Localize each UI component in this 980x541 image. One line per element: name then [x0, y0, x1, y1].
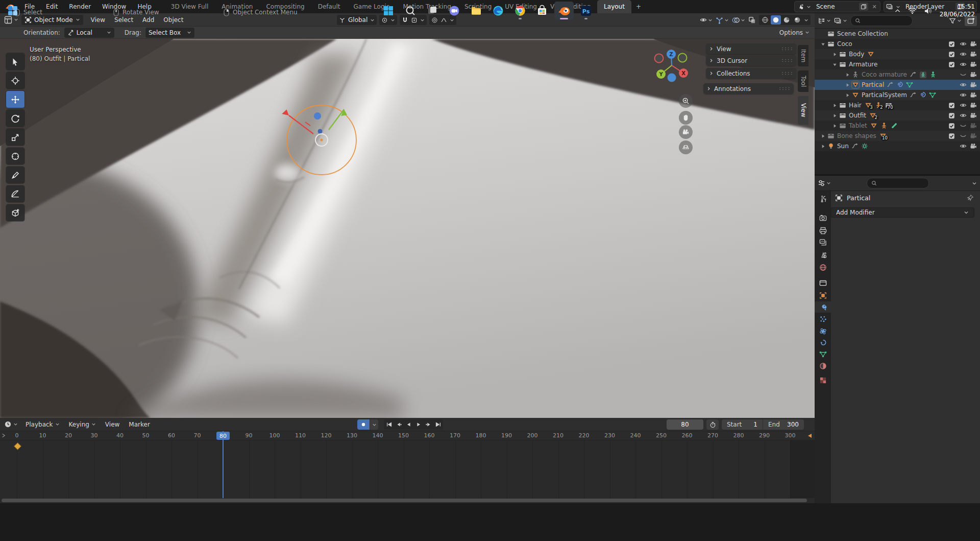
outliner-editor-type-button[interactable] — [818, 17, 831, 25]
panel-3d-cursor[interactable]: 3D Cursor:::: — [706, 55, 796, 66]
eye-closed-toggle[interactable] — [960, 132, 967, 139]
sidebar-tab-tool[interactable]: Tool — [798, 70, 808, 92]
tool-annotate[interactable] — [6, 167, 24, 183]
drag-dropdown[interactable]: Select Box — [145, 28, 194, 38]
outliner-row-sun[interactable]: Sun — [815, 141, 980, 151]
outliner-row-particalsystem[interactable]: ParticalSystem — [815, 90, 980, 100]
outliner-item-label[interactable]: Partical — [862, 81, 884, 88]
add-workspace-button[interactable]: + — [631, 3, 646, 10]
chevron-down-icon[interactable] — [806, 5, 811, 9]
panel-collections[interactable]: Collections:::: — [706, 68, 796, 79]
outliner-row-coco-armature[interactable]: Coco armature — [815, 69, 980, 80]
xray-toggle[interactable] — [748, 16, 756, 24]
properties-tab-modifier[interactable] — [815, 301, 831, 313]
camera-view-button[interactable] — [679, 125, 693, 139]
unlink-scene-button[interactable]: ✕ — [870, 4, 878, 10]
outliner-row-partical[interactable]: Partical — [815, 80, 980, 90]
check-toggle[interactable] — [948, 112, 955, 119]
camera-toggle[interactable] — [970, 102, 977, 109]
expand-icon[interactable] — [820, 42, 826, 46]
camera-toggle[interactable] — [970, 71, 977, 78]
outliner-item-label[interactable]: Armature — [849, 61, 877, 68]
tool-scale[interactable] — [6, 129, 24, 146]
outliner-item-label[interactable]: Tablet — [849, 122, 867, 129]
scene-selector[interactable]: Scene ✕ — [794, 1, 880, 12]
add-modifier-button[interactable]: Add Modifier — [830, 207, 974, 218]
timeline-sidebar-arrow[interactable] — [807, 433, 812, 438]
check-toggle[interactable] — [948, 102, 955, 109]
timeline-menu-view[interactable]: View — [101, 421, 124, 428]
mode-selector[interactable]: Object Mode — [21, 15, 83, 25]
outliner-row-hair[interactable]: Hair3270 — [815, 100, 980, 110]
properties-search[interactable] — [867, 178, 929, 189]
outliner-item-label[interactable]: Outfit — [849, 112, 866, 119]
workspace-tab-default[interactable]: Default — [311, 0, 347, 13]
taskbar-start-icon[interactable] — [379, 2, 398, 20]
auto-keying-toggle[interactable] — [357, 419, 370, 430]
overlays-dropdown[interactable] — [732, 16, 745, 24]
viewport-3d[interactable]: Object Mode ViewSelectAddObject Global O… — [0, 13, 815, 418]
outliner-row-scene-collection[interactable]: Scene Collection — [815, 29, 980, 39]
camera-toggle[interactable] — [970, 40, 977, 48]
tool-measure[interactable] — [6, 185, 24, 202]
sidebar-tab-item[interactable]: Item — [798, 45, 808, 66]
play-button[interactable] — [413, 420, 423, 429]
eye-toggle[interactable] — [960, 81, 967, 88]
properties-tab-particles[interactable] — [815, 313, 831, 324]
expand-icon[interactable] — [844, 93, 850, 98]
autokey-options-button[interactable] — [370, 419, 378, 430]
orientation-dropdown[interactable]: Local — [64, 28, 114, 38]
taskbar-edge-icon[interactable] — [488, 2, 508, 20]
clock[interactable]: 15:51 28/06/2022 — [940, 3, 975, 18]
sidebar-tab-view[interactable]: View — [798, 96, 808, 125]
shading-wireframe-button[interactable] — [760, 15, 770, 25]
shading-material-button[interactable] — [781, 15, 792, 25]
timeline-scrollbar[interactable] — [2, 499, 807, 502]
outliner-item-label[interactable]: Scene Collection — [837, 30, 888, 37]
timeline-editor-type-button[interactable] — [0, 420, 21, 428]
expand-icon[interactable] — [820, 144, 826, 149]
eye-closed-toggle[interactable] — [960, 71, 967, 78]
eye-toggle[interactable] — [960, 91, 967, 99]
eye-toggle[interactable] — [960, 40, 967, 48]
eye-toggle[interactable] — [960, 51, 967, 58]
shading-options-dropdown[interactable] — [803, 15, 810, 25]
properties-tab-physics[interactable] — [815, 325, 831, 337]
properties-tab-data[interactable] — [815, 348, 831, 360]
properties-tab-world[interactable] — [815, 262, 831, 273]
camera-toggle[interactable] — [970, 61, 977, 68]
tool-cursor[interactable] — [6, 72, 24, 89]
end-frame-field[interactable]: End 300 — [763, 419, 804, 430]
transform-orientation-dropdown[interactable]: Global — [337, 15, 377, 25]
shading-rendered-button[interactable] — [792, 15, 802, 25]
stopwatch-icon[interactable] — [706, 419, 719, 430]
panel-annotations[interactable]: Annotations:::: — [703, 83, 794, 94]
camera-toggle[interactable] — [970, 51, 977, 58]
properties-tab-object[interactable] — [815, 290, 831, 301]
expand-icon[interactable] — [831, 52, 838, 57]
expand-icon[interactable] — [831, 62, 838, 67]
panel-view[interactable]: View:::: — [706, 43, 796, 54]
outliner-row-coco[interactable]: Coco — [815, 39, 980, 49]
visibility-dropdown[interactable] — [700, 16, 713, 23]
expand-icon[interactable] — [831, 103, 838, 108]
playhead-label[interactable]: 80 — [216, 432, 230, 440]
camera-off-toggle[interactable] — [970, 132, 977, 139]
properties-tab-constraints[interactable] — [815, 337, 831, 348]
play-reverse-button[interactable] — [404, 420, 413, 429]
tool-select-box[interactable] — [6, 53, 24, 70]
jump-to-next-keyframe-button[interactable] — [423, 420, 433, 429]
outliner-row-body[interactable]: Body — [815, 49, 980, 59]
properties-tab-scene[interactable] — [815, 249, 831, 261]
properties-tab-texture[interactable] — [815, 374, 831, 386]
tool-transform[interactable] — [6, 148, 24, 164]
timeline-menu-keying[interactable]: Keying — [64, 421, 101, 428]
start-frame-field[interactable]: Start 1 — [722, 419, 763, 430]
expand-icon[interactable] — [831, 113, 838, 118]
properties-options-button[interactable] — [972, 181, 977, 186]
hidden-icons-chevron[interactable] — [894, 8, 901, 14]
outliner-row-tablet[interactable]: Tablet — [815, 121, 980, 131]
taskbar-photoshop-icon[interactable]: Ps — [576, 2, 596, 20]
menu-render[interactable]: Render — [63, 0, 96, 13]
eye-toggle[interactable] — [960, 61, 967, 68]
